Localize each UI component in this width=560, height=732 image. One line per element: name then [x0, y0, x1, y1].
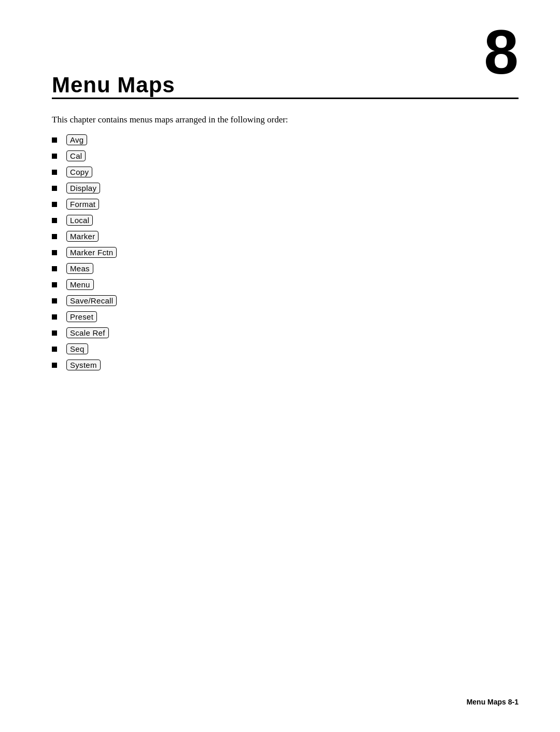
- key-label: Cal: [66, 150, 86, 161]
- bullet-icon: [52, 234, 57, 239]
- list-item: Display: [52, 183, 519, 194]
- bullet-icon: [52, 202, 57, 207]
- key-label: Preset: [66, 311, 97, 322]
- page-title: Menu Maps: [52, 73, 519, 98]
- bullet-icon: [52, 186, 57, 191]
- list-item: Format: [52, 199, 519, 210]
- chapter-number: 8: [484, 21, 519, 83]
- list-item: System: [52, 360, 519, 370]
- list-item: Marker: [52, 231, 519, 242]
- list-item: Avg: [52, 134, 519, 145]
- list-item: Scale Ref: [52, 327, 519, 338]
- bullet-icon: [52, 314, 57, 320]
- bullet-icon: [52, 347, 57, 352]
- bullet-icon: [52, 250, 57, 255]
- bullet-icon: [52, 137, 57, 143]
- key-label: Marker: [66, 231, 99, 242]
- chapter-title-block: Menu Maps: [52, 73, 519, 99]
- key-label: Copy: [66, 167, 92, 177]
- bullet-icon: [52, 154, 57, 159]
- footer: Menu Maps 8-1: [467, 698, 519, 706]
- list-item: Menu: [52, 279, 519, 290]
- bullet-icon: [52, 266, 57, 271]
- key-label: Format: [66, 199, 99, 210]
- list-item: Meas: [52, 263, 519, 274]
- key-label: Save/Recall: [66, 295, 117, 306]
- list-item: Seq: [52, 343, 519, 354]
- key-label: Display: [66, 183, 100, 194]
- key-label: Marker Fctn: [66, 247, 117, 258]
- bullet-icon: [52, 298, 57, 303]
- list-item: Preset: [52, 311, 519, 322]
- list-item: Copy: [52, 167, 519, 177]
- intro-paragraph: This chapter contains menus maps arrange…: [52, 115, 519, 125]
- list-item: Marker Fctn: [52, 247, 519, 258]
- list-item: Local: [52, 215, 519, 226]
- key-label: Menu: [66, 279, 94, 290]
- key-label: Seq: [66, 343, 88, 354]
- bullet-icon: [52, 170, 57, 175]
- bullet-icon: [52, 282, 57, 287]
- bullet-icon: [52, 363, 57, 368]
- key-label: Avg: [66, 134, 87, 145]
- key-label: Local: [66, 215, 93, 226]
- key-label: System: [66, 360, 101, 370]
- page: 8 Menu Maps This chapter contains menus …: [0, 0, 560, 732]
- list-item: Save/Recall: [52, 295, 519, 306]
- bullet-icon: [52, 218, 57, 223]
- menu-list: AvgCalCopyDisplayFormatLocalMarkerMarker…: [52, 134, 519, 370]
- list-item: Cal: [52, 150, 519, 161]
- key-label: Meas: [66, 263, 93, 274]
- bullet-icon: [52, 330, 57, 336]
- key-label: Scale Ref: [66, 327, 109, 338]
- title-divider: [52, 98, 519, 99]
